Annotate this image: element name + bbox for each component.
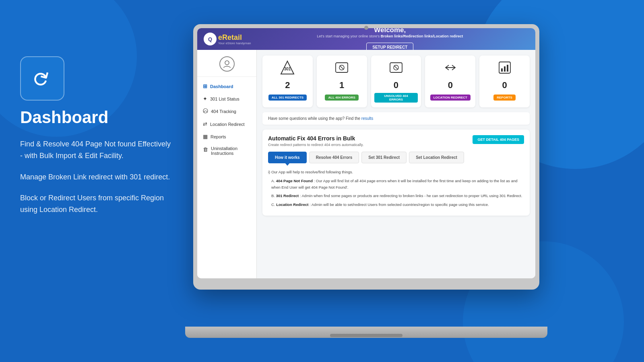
sidebar-item-reports[interactable]: ▦ Reports bbox=[197, 130, 256, 143]
item-b-text: : Admin when find some pages or products… bbox=[300, 193, 522, 198]
welcome-sub-before: Let's start managing your online store's bbox=[317, 34, 381, 38]
logo-arrow-icon: ⟳ bbox=[29, 64, 56, 93]
app-body: ⊞ Dashboard ✦ 301 List Status bbox=[197, 50, 535, 278]
sidebar-item-location-redirect[interactable]: ⇄ Location Redirect bbox=[197, 118, 256, 130]
info-results-link[interactable]: results bbox=[361, 116, 373, 121]
tab-how-it-works[interactable]: How it works bbox=[268, 152, 307, 163]
laptop-base bbox=[185, 327, 547, 338]
reports-nav-icon: ▦ bbox=[203, 134, 208, 140]
info-text-before: Have some questions while using the app?… bbox=[268, 116, 361, 121]
stat-location-badge: LOCATION REDIRECT bbox=[430, 95, 471, 101]
laptop-screen: Q eRetail Your eStore handyman Welcome, … bbox=[197, 28, 535, 278]
sidebar-item-label-location: Location Redirect bbox=[210, 122, 245, 127]
welcome-sub-bold: Broken links/Redirection links/Location … bbox=[381, 34, 463, 38]
main-content: 301 2 ALL 301 REDIRECTS bbox=[257, 50, 535, 278]
sidebar-item-label-301: 301 List Status bbox=[210, 97, 239, 101]
laptop-base-center bbox=[330, 334, 402, 337]
tab-content: i) Our App will help to resolve/find fol… bbox=[268, 169, 524, 208]
stat-reports-icon bbox=[483, 60, 526, 78]
stat-301-badge: ALL 301 REDIRECTS bbox=[268, 95, 307, 101]
sidebar-item-301-list[interactable]: ✦ 301 List Status bbox=[197, 93, 256, 105]
tab-resolve-404[interactable]: Resolve 404 Errors bbox=[309, 152, 359, 163]
stat-reports-badge: REPORTS bbox=[493, 95, 516, 101]
stat-location-number: 0 bbox=[428, 80, 472, 90]
page-title: Dashboard bbox=[20, 108, 173, 127]
sidebar-item-label-uninstall: Uninstallation Instructions bbox=[211, 146, 251, 156]
welcome-title: Welcome, bbox=[251, 28, 529, 34]
stat-unsolved-404-number: 0 bbox=[374, 80, 418, 90]
item-a-label: 404 Page Not Found bbox=[276, 179, 313, 183]
tab-content-intro: i) Our App will help to resolve/find fol… bbox=[268, 169, 524, 175]
svg-text:Q: Q bbox=[208, 36, 212, 42]
stat-all-404-number: 1 bbox=[320, 80, 364, 90]
app-header: Q eRetail Your eStore handyman Welcome, … bbox=[197, 28, 535, 50]
bulk-desc: Create redirect patterns to redirect 404… bbox=[268, 143, 363, 147]
laptop-screen-outer: Q eRetail Your eStore handyman Welcome, … bbox=[193, 24, 539, 290]
bulk-section: Automatic Fix 404 Errors in Bulk Create … bbox=[262, 130, 530, 216]
tab-content-item-c: C. Location Redirect : Admin will be abl… bbox=[268, 202, 524, 208]
item-c-text: : Admin will be able to set/redirect Use… bbox=[310, 202, 489, 207]
stat-card-301[interactable]: 301 2 ALL 301 REDIRECTS bbox=[262, 56, 313, 107]
stat-card-reports[interactable]: 0 REPORTS bbox=[479, 56, 530, 107]
stats-row: 301 2 ALL 301 REDIRECTS bbox=[262, 56, 530, 107]
tab-content-item-b: B. 301 Redirect : Admin when find some p… bbox=[268, 193, 524, 199]
sidebar-item-label-reports: Reports bbox=[211, 134, 226, 139]
laptop-wrapper: Q eRetail Your eStore handyman Welcome, … bbox=[185, 24, 547, 338]
bulk-title: Automatic Fix 404 Errors in Bulk bbox=[268, 135, 363, 142]
left-desc-2: Manage Broken Link redirect with 301 red… bbox=[20, 171, 173, 183]
get-detail-404-button[interactable]: GET DETAIL 404 PAGES bbox=[473, 135, 524, 144]
svg-point-2 bbox=[225, 61, 229, 65]
stat-card-all-404[interactable]: 1 ALL 404 ERRORS bbox=[317, 56, 367, 107]
stat-unsolved-404-icon bbox=[374, 60, 418, 78]
svg-rect-16 bbox=[507, 65, 508, 72]
301-list-icon: ✦ bbox=[203, 96, 207, 102]
info-bar: Have some questions while using the app?… bbox=[262, 112, 530, 125]
stat-card-location[interactable]: 0 LOCATION REDIRECT bbox=[425, 56, 475, 107]
sidebar-item-404-tracking[interactable]: 404 Tracking bbox=[197, 105, 256, 118]
laptop-notch bbox=[364, 26, 368, 30]
sidebar-nav: ⊞ Dashboard ✦ 301 List Status bbox=[197, 77, 256, 162]
sidebar-item-label-dashboard: Dashboard bbox=[210, 84, 233, 89]
tab-set-301-redirect[interactable]: Set 301 Redirect bbox=[361, 152, 407, 163]
stat-unsolved-404-badge: UNSOLVED 404 ERRORS bbox=[374, 93, 418, 103]
app-logo: Q eRetail Your eStore handyman bbox=[204, 33, 251, 45]
svg-line-11 bbox=[394, 66, 398, 70]
bulk-header: Automatic Fix 404 Errors in Bulk Create … bbox=[268, 135, 524, 147]
svg-text:301: 301 bbox=[284, 67, 291, 71]
sidebar-item-uninstall[interactable]: 🗑 Uninstallation Instructions bbox=[197, 143, 256, 159]
svg-rect-15 bbox=[504, 66, 506, 72]
stat-all-404-icon bbox=[320, 60, 364, 78]
dashboard-icon: ⊞ bbox=[203, 83, 207, 89]
item-a-letter: A. bbox=[271, 179, 275, 183]
sidebar-avatar bbox=[197, 50, 256, 77]
stat-card-unsolved-404[interactable]: 0 UNSOLVED 404 ERRORS bbox=[371, 56, 421, 107]
tab-content-item-a: A. 404 Page Not Found : Our App will fin… bbox=[268, 178, 524, 191]
left-desc-3: Block or Redirect Users from specific Re… bbox=[20, 192, 173, 216]
stat-location-icon bbox=[428, 60, 472, 78]
left-panel: ⟳ Dashboard Find & Resolve 404 Page Not … bbox=[20, 56, 173, 225]
item-b-label: 301 Redirect bbox=[276, 193, 299, 198]
location-redirect-nav-icon: ⇄ bbox=[203, 121, 207, 127]
sidebar: ⊞ Dashboard ✦ 301 List Status bbox=[197, 50, 257, 278]
item-b-letter: B. bbox=[271, 193, 275, 198]
404-tracking-icon bbox=[203, 108, 208, 115]
sidebar-item-label-404: 404 Tracking bbox=[211, 109, 236, 114]
svg-line-8 bbox=[340, 66, 344, 70]
stat-all-404-badge: ALL 404 ERRORS bbox=[325, 95, 358, 101]
app-logo-box: ⟳ bbox=[20, 56, 64, 101]
welcome-sub: Let's start managing your online store's… bbox=[251, 34, 529, 38]
stat-reports-number: 0 bbox=[483, 80, 526, 90]
tab-set-location-redirect[interactable]: Set Location Redirect bbox=[409, 152, 464, 163]
sidebar-item-dashboard[interactable]: ⊞ Dashboard bbox=[197, 80, 256, 93]
stat-301-number: 2 bbox=[266, 80, 310, 90]
avatar bbox=[219, 56, 235, 72]
item-c-letter: C. bbox=[271, 202, 275, 207]
logo-brand-prefix: e bbox=[218, 33, 222, 41]
item-c-label: Location Redirect bbox=[276, 202, 308, 207]
logo-subtitle: Your eStore handyman bbox=[218, 42, 251, 45]
left-desc-1: Find & Resolve 404 Page Not found Effect… bbox=[20, 138, 173, 162]
logo-brand-text: eRetail bbox=[218, 33, 251, 42]
svg-rect-14 bbox=[501, 68, 503, 72]
tabs-row: How it works Resolve 404 Errors Set 301 … bbox=[268, 152, 524, 163]
uninstall-icon: 🗑 bbox=[203, 146, 208, 152]
